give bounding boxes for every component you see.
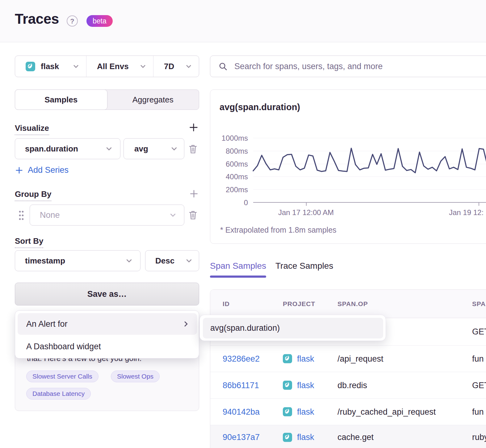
chevron-down-icon — [125, 257, 133, 264]
tab-span-samples[interactable]: Span Samples — [210, 261, 266, 271]
chart-panel: avg(span.duration) 1000ms 800ms 600ms 40… — [210, 89, 486, 244]
table-row[interactable]: 86b61171 flask db.redis GET — [210, 372, 486, 399]
chevron-down-icon — [185, 63, 192, 70]
add-series-button[interactable]: Add Series — [15, 165, 69, 175]
project-cell[interactable]: flask — [283, 433, 314, 442]
mode-toggle: Samples Aggregates — [15, 89, 199, 110]
environment-label: All Envs — [97, 62, 129, 71]
flask-project-icon — [26, 62, 35, 71]
page-header: Traces ? beta — [0, 0, 486, 42]
span-samples-table: ID PROJECT SPAN.OP SPA GET 93286ee2 flas… — [210, 289, 486, 448]
delete-group-button[interactable] — [188, 210, 198, 220]
x-tick — [306, 203, 307, 206]
span-op-cell: /ruby_cached_api_request — [337, 407, 436, 417]
project-cell[interactable]: flask — [283, 407, 314, 417]
add-series-label: Add Series — [28, 165, 69, 175]
tab-samples[interactable]: Samples — [15, 89, 107, 110]
sort-field-select[interactable]: timestamp — [15, 250, 140, 271]
chip-slowest-ops[interactable]: Slowest Ops — [111, 371, 160, 382]
column-header-span-description: SPA — [472, 300, 486, 308]
span-id-link[interactable]: 93286ee2 — [223, 354, 260, 363]
y-tick-label: 0 — [210, 198, 248, 207]
drag-handle[interactable] — [18, 210, 25, 221]
group-by-label: Group By — [15, 189, 51, 201]
project-cell[interactable]: flask — [283, 380, 314, 390]
active-tab-underline — [210, 276, 266, 278]
period-selector[interactable]: 7D — [153, 56, 199, 77]
chart-title: avg(span.duration) — [220, 102, 300, 112]
chevron-down-icon — [170, 145, 178, 152]
project-link[interactable]: flask — [297, 433, 314, 442]
span-description-cell: fun — [472, 407, 484, 417]
delete-series-button[interactable] — [188, 144, 198, 154]
period-label: 7D — [164, 62, 174, 71]
table-row[interactable]: 940142ba flask /ruby_cached_api_request … — [210, 399, 486, 425]
y-tick-label: 800ms — [210, 147, 248, 156]
chart-footnote: * Extrapolated from 1.8m samples — [220, 226, 337, 234]
project-selector[interactable]: flask — [15, 56, 86, 77]
span-description-cell: ruby — [472, 433, 486, 442]
project-cell[interactable]: flask — [283, 354, 314, 363]
project-link[interactable]: flask — [297, 407, 314, 417]
tab-aggregates[interactable]: Aggregates — [107, 90, 199, 110]
span-description-cell: GET — [472, 327, 486, 337]
sort-by-label: Sort By — [15, 236, 43, 248]
chip-database-latency[interactable]: Database Latency — [26, 388, 91, 400]
group-by-select[interactable]: None — [30, 205, 184, 226]
duration-line-series — [253, 148, 486, 174]
save-as-button[interactable]: Save as… — [15, 283, 199, 305]
search-icon — [218, 62, 228, 71]
visualize-aggregate-select[interactable]: avg — [124, 138, 184, 159]
x-tick-label-jan17: Jan 17 12:00 AM — [263, 208, 349, 217]
search-bar — [210, 56, 486, 77]
add-visualize-button[interactable] — [188, 122, 199, 133]
table-row[interactable]: 90e137a7 flask cache.get ruby — [210, 425, 486, 448]
menu-item-an-alert-for[interactable]: An Alert for — [18, 313, 197, 335]
chip-slowest-server-calls[interactable]: Slowest Server Calls — [26, 371, 98, 382]
y-tick-label: 600ms — [210, 160, 248, 168]
visualize-label: Visualize — [15, 123, 49, 135]
flask-project-icon — [283, 407, 292, 417]
visualize-aggregate-value: avg — [134, 144, 148, 154]
environment-selector[interactable]: All Envs — [86, 56, 153, 77]
span-description-cell: GET — [472, 380, 486, 390]
menu-item-dashboard-widget[interactable]: A Dashboard widget — [18, 337, 197, 356]
beta-badge: beta — [86, 15, 113, 27]
project-link[interactable]: flask — [297, 380, 314, 390]
y-tick-label: 200ms — [210, 185, 248, 194]
span-description-cell: fun — [472, 354, 484, 363]
y-tick-label: 1000ms — [210, 134, 248, 143]
chevron-down-icon — [73, 63, 79, 70]
help-icon[interactable]: ? — [67, 15, 78, 27]
chevron-right-icon — [182, 320, 190, 328]
span-id-link[interactable]: 940142ba — [223, 407, 260, 417]
menu-item-label: An Alert for — [26, 319, 68, 329]
sort-field-value: timestamp — [25, 256, 65, 266]
search-input[interactable] — [234, 62, 469, 71]
x-tick — [479, 203, 479, 206]
span-id-link[interactable]: 90e137a7 — [223, 433, 260, 442]
submenu-item-avg-span-duration[interactable]: avg(span.duration) — [203, 318, 383, 338]
flask-project-icon — [283, 381, 292, 390]
span-id-link[interactable]: 86b61171 — [223, 380, 259, 390]
sort-direction-value: Desc — [155, 256, 174, 266]
project-label: flask — [41, 62, 59, 71]
column-header-project: PROJECT — [283, 300, 315, 308]
chevron-down-icon — [169, 211, 177, 219]
sort-direction-select[interactable]: Desc — [145, 250, 199, 271]
scope-selector: flask All Envs 7D — [15, 56, 199, 77]
visualize-field-select[interactable]: span.duration — [15, 138, 120, 159]
table-row[interactable]: 93286ee2 flask /api_request fun — [210, 346, 486, 372]
x-tick-label-jan19: Jan 19 12: — [449, 208, 484, 217]
span-op-cell: db.redis — [337, 380, 367, 390]
tab-trace-samples[interactable]: Trace Samples — [275, 261, 333, 271]
visualize-field-value: span.duration — [25, 144, 78, 154]
add-group-button[interactable] — [189, 189, 199, 199]
chevron-down-icon — [140, 63, 146, 70]
flask-project-icon — [283, 354, 292, 363]
column-header-id: ID — [223, 300, 230, 308]
y-tick-label: 400ms — [210, 172, 248, 181]
project-link[interactable]: flask — [297, 354, 314, 363]
menu-item-label: A Dashboard widget — [26, 342, 101, 351]
page-title: Traces — [15, 10, 59, 27]
